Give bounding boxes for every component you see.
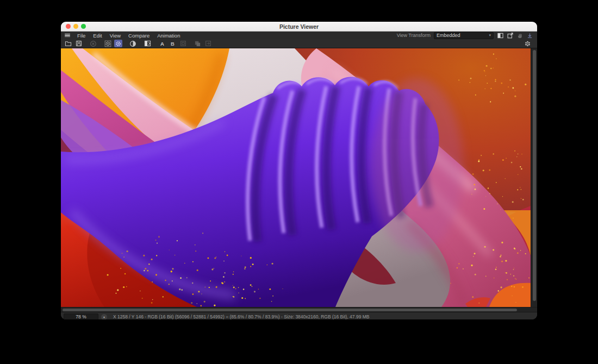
rendered-image xyxy=(61,48,531,307)
pan-hand-icon[interactable] xyxy=(516,32,523,39)
multipass-icon[interactable] xyxy=(524,40,535,47)
horizontal-scrollbar[interactable] xyxy=(61,307,537,312)
compare-images-icon[interactable] xyxy=(144,40,152,47)
chevron-down-icon: ▾ xyxy=(489,33,491,37)
save-image-icon[interactable] xyxy=(74,40,83,47)
view-transform-value: Embedded xyxy=(437,33,460,38)
toolbar: A B xyxy=(61,39,537,48)
image-canvas[interactable] xyxy=(61,48,531,307)
contrast-icon[interactable] xyxy=(129,40,137,47)
statusbar: 78 % ▾ X 1258 / Y 146 - RGB (16 Bit) (56… xyxy=(61,312,537,319)
picture-viewer-window: Picture Viewer File Edit View Compare An… xyxy=(61,22,537,319)
split-view-icon[interactable] xyxy=(497,32,503,39)
navigate-image-icon[interactable] xyxy=(204,40,212,47)
popout-window-icon[interactable] xyxy=(507,32,513,39)
window-title: Picture Viewer xyxy=(61,23,537,30)
hamburger-menu-icon[interactable] xyxy=(65,34,70,37)
zoom-dropdown-button[interactable]: ▾ xyxy=(101,314,107,320)
display-settings-gear-icon[interactable] xyxy=(114,40,122,47)
vertical-scrollbar-thumb[interactable] xyxy=(533,50,536,301)
render-settings-gear-icon[interactable] xyxy=(104,40,112,47)
titlebar: Picture Viewer xyxy=(61,22,537,32)
dock-download-icon[interactable] xyxy=(526,32,533,39)
horizontal-scrollbar-thumb[interactable] xyxy=(63,309,517,311)
vertical-scrollbar[interactable] xyxy=(531,48,537,307)
version-b-button[interactable]: B xyxy=(169,40,177,47)
version-a-button[interactable]: A xyxy=(158,40,166,47)
zoom-level-field[interactable]: 78 % xyxy=(64,313,98,320)
view-transform-label: View Transform xyxy=(397,33,431,38)
menu-animation[interactable]: Animation xyxy=(153,33,184,39)
desktop-background: Picture Viewer File Edit View Compare An… xyxy=(0,0,598,364)
stop-render-icon[interactable] xyxy=(89,40,97,47)
link-views-icon[interactable] xyxy=(179,40,187,47)
pixel-info-text: X 1258 / Y 146 - RGB (16 Bit) (56096 / 5… xyxy=(113,314,369,319)
menu-file[interactable]: File xyxy=(73,33,89,39)
open-file-icon[interactable] xyxy=(64,40,72,47)
menu-edit[interactable]: Edit xyxy=(89,33,105,39)
menu-compare[interactable]: Compare xyxy=(124,33,153,39)
menubar: File Edit View Compare Animation View Tr… xyxy=(61,32,537,39)
menu-view[interactable]: View xyxy=(106,33,124,39)
view-transform-select[interactable]: Embedded ▾ xyxy=(434,32,494,39)
copy-image-icon[interactable] xyxy=(194,40,202,47)
